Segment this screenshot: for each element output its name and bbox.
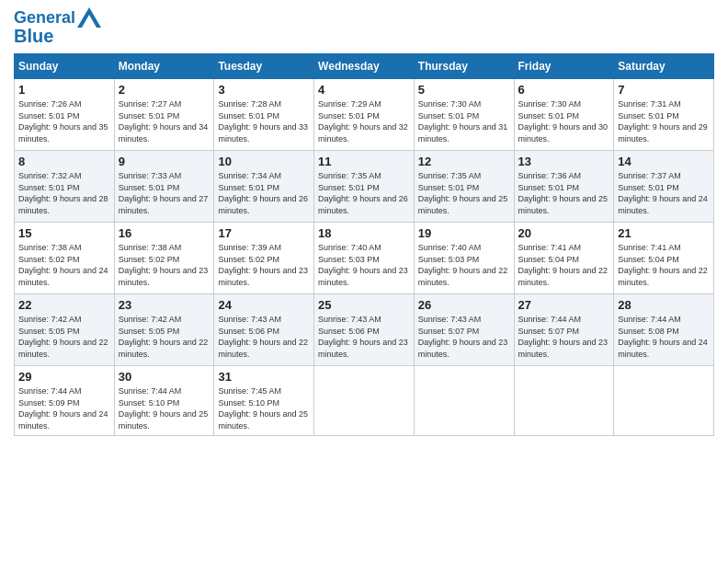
- day-info: Sunrise: 7:26 AMSunset: 5:01 PMDaylight:…: [18, 99, 108, 144]
- day-number: 5: [418, 83, 510, 97]
- day-info: Sunrise: 7:39 AMSunset: 5:02 PMDaylight:…: [218, 243, 308, 287]
- day-number: 8: [18, 155, 110, 168]
- calendar-cell: 13 Sunrise: 7:36 AMSunset: 5:01 PMDaylig…: [514, 151, 614, 223]
- day-number: 17: [218, 226, 310, 240]
- day-info: Sunrise: 7:28 AMSunset: 5:01 PMDaylight:…: [218, 99, 308, 144]
- day-info: Sunrise: 7:40 AMSunset: 5:03 PMDaylight:…: [418, 243, 508, 287]
- calendar-cell: 4 Sunrise: 7:29 AMSunset: 5:01 PMDayligh…: [314, 79, 415, 151]
- calendar-cell: 9 Sunrise: 7:33 AMSunset: 5:01 PMDayligh…: [114, 151, 214, 223]
- day-info: Sunrise: 7:27 AMSunset: 5:01 PMDaylight:…: [119, 99, 209, 144]
- logo-text-general: General: [14, 9, 75, 28]
- day-number: 27: [518, 298, 610, 312]
- day-info: Sunrise: 7:41 AMSunset: 5:04 PMDaylight:…: [618, 243, 708, 287]
- calendar-cell: [314, 366, 415, 436]
- page-container: General Blue SundayMondayTuesdayWednesda…: [0, 0, 728, 445]
- col-header-sunday: Sunday: [15, 54, 115, 79]
- day-info: Sunrise: 7:42 AMSunset: 5:05 PMDaylight:…: [119, 315, 209, 359]
- day-number: 2: [119, 83, 210, 97]
- logo-text-blue: Blue: [14, 26, 53, 46]
- day-number: 7: [618, 83, 710, 97]
- day-info: Sunrise: 7:43 AMSunset: 5:06 PMDaylight:…: [218, 315, 308, 359]
- calendar-cell: 1 Sunrise: 7:26 AMSunset: 5:01 PMDayligh…: [15, 79, 115, 151]
- calendar-cell: 23 Sunrise: 7:42 AMSunset: 5:05 PMDaylig…: [114, 294, 214, 366]
- col-header-tuesday: Tuesday: [214, 54, 314, 79]
- day-info: Sunrise: 7:34 AMSunset: 5:01 PMDaylight:…: [218, 171, 308, 215]
- day-info: Sunrise: 7:43 AMSunset: 5:06 PMDaylight:…: [318, 315, 408, 359]
- calendar-cell: 19 Sunrise: 7:40 AMSunset: 5:03 PMDaylig…: [414, 223, 514, 294]
- calendar-cell: 21 Sunrise: 7:41 AMSunset: 5:04 PMDaylig…: [614, 223, 714, 294]
- day-info: Sunrise: 7:44 AMSunset: 5:09 PMDaylight:…: [18, 386, 108, 431]
- calendar-cell: 22 Sunrise: 7:42 AMSunset: 5:05 PMDaylig…: [15, 294, 115, 366]
- day-info: Sunrise: 7:37 AMSunset: 5:01 PMDaylight:…: [618, 171, 708, 215]
- day-number: 29: [18, 370, 110, 384]
- calendar-cell: 29 Sunrise: 7:44 AMSunset: 5:09 PMDaylig…: [15, 366, 115, 436]
- day-number: 14: [618, 155, 710, 168]
- day-number: 31: [218, 370, 310, 384]
- calendar-cell: 20 Sunrise: 7:41 AMSunset: 5:04 PMDaylig…: [514, 223, 614, 294]
- day-info: Sunrise: 7:44 AMSunset: 5:10 PMDaylight:…: [119, 386, 209, 431]
- calendar-table: SundayMondayTuesdayWednesdayThursdayFrid…: [14, 53, 714, 436]
- calendar-week-row: 8 Sunrise: 7:32 AMSunset: 5:01 PMDayligh…: [15, 151, 714, 223]
- calendar-cell: 2 Sunrise: 7:27 AMSunset: 5:01 PMDayligh…: [114, 79, 214, 151]
- calendar-cell: 27 Sunrise: 7:44 AMSunset: 5:07 PMDaylig…: [514, 294, 614, 366]
- calendar-cell: 28 Sunrise: 7:44 AMSunset: 5:08 PMDaylig…: [614, 294, 714, 366]
- day-info: Sunrise: 7:40 AMSunset: 5:03 PMDaylight:…: [318, 243, 408, 287]
- calendar-cell: 30 Sunrise: 7:44 AMSunset: 5:10 PMDaylig…: [114, 366, 214, 436]
- day-number: 19: [418, 226, 510, 240]
- day-info: Sunrise: 7:45 AMSunset: 5:10 PMDaylight:…: [218, 386, 308, 431]
- day-number: 20: [518, 226, 610, 240]
- col-header-saturday: Saturday: [614, 54, 714, 79]
- calendar-week-row: 15 Sunrise: 7:38 AMSunset: 5:02 PMDaylig…: [15, 223, 714, 294]
- day-number: 21: [618, 226, 710, 240]
- calendar-cell: 17 Sunrise: 7:39 AMSunset: 5:02 PMDaylig…: [214, 223, 314, 294]
- logo-icon: [77, 7, 101, 28]
- day-info: Sunrise: 7:38 AMSunset: 5:02 PMDaylight:…: [18, 243, 108, 287]
- calendar-cell: [514, 366, 614, 436]
- calendar-cell: 31 Sunrise: 7:45 AMSunset: 5:10 PMDaylig…: [214, 366, 314, 436]
- day-number: 23: [119, 298, 210, 312]
- calendar-cell: 11 Sunrise: 7:35 AMSunset: 5:01 PMDaylig…: [314, 151, 415, 223]
- day-number: 1: [18, 83, 110, 97]
- calendar-cell: [414, 366, 514, 436]
- calendar-cell: 15 Sunrise: 7:38 AMSunset: 5:02 PMDaylig…: [15, 223, 115, 294]
- calendar-cell: 8 Sunrise: 7:32 AMSunset: 5:01 PMDayligh…: [15, 151, 115, 223]
- calendar-cell: 12 Sunrise: 7:35 AMSunset: 5:01 PMDaylig…: [414, 151, 514, 223]
- day-number: 16: [119, 226, 210, 240]
- calendar-cell: 7 Sunrise: 7:31 AMSunset: 5:01 PMDayligh…: [614, 79, 714, 151]
- day-info: Sunrise: 7:32 AMSunset: 5:01 PMDaylight:…: [18, 171, 108, 215]
- day-number: 25: [318, 298, 410, 312]
- day-number: 9: [119, 155, 210, 168]
- day-number: 12: [418, 155, 510, 168]
- day-info: Sunrise: 7:30 AMSunset: 5:01 PMDaylight:…: [418, 99, 508, 144]
- calendar-week-row: 22 Sunrise: 7:42 AMSunset: 5:05 PMDaylig…: [15, 294, 714, 366]
- day-info: Sunrise: 7:44 AMSunset: 5:07 PMDaylight:…: [518, 315, 609, 359]
- day-number: 28: [618, 298, 710, 312]
- day-info: Sunrise: 7:33 AMSunset: 5:01 PMDaylight:…: [119, 171, 209, 215]
- page-header: General Blue: [14, 9, 714, 46]
- day-number: 13: [518, 155, 610, 168]
- day-number: 4: [318, 83, 410, 97]
- day-info: Sunrise: 7:42 AMSunset: 5:05 PMDaylight:…: [18, 315, 108, 359]
- day-info: Sunrise: 7:38 AMSunset: 5:02 PMDaylight:…: [119, 243, 209, 287]
- day-info: Sunrise: 7:43 AMSunset: 5:07 PMDaylight:…: [418, 315, 508, 359]
- day-number: 3: [218, 83, 310, 97]
- day-number: 30: [119, 370, 210, 384]
- calendar-header-row: SundayMondayTuesdayWednesdayThursdayFrid…: [15, 54, 714, 79]
- day-number: 18: [318, 226, 410, 240]
- day-info: Sunrise: 7:36 AMSunset: 5:01 PMDaylight:…: [518, 171, 609, 215]
- calendar-cell: 26 Sunrise: 7:43 AMSunset: 5:07 PMDaylig…: [414, 294, 514, 366]
- day-info: Sunrise: 7:29 AMSunset: 5:01 PMDaylight:…: [318, 99, 408, 144]
- col-header-monday: Monday: [114, 54, 214, 79]
- calendar-cell: 10 Sunrise: 7:34 AMSunset: 5:01 PMDaylig…: [214, 151, 314, 223]
- day-number: 11: [318, 155, 410, 168]
- col-header-thursday: Thursday: [414, 54, 514, 79]
- day-number: 15: [18, 226, 110, 240]
- calendar-week-row: 1 Sunrise: 7:26 AMSunset: 5:01 PMDayligh…: [15, 79, 714, 151]
- day-number: 10: [218, 155, 310, 168]
- calendar-cell: 25 Sunrise: 7:43 AMSunset: 5:06 PMDaylig…: [314, 294, 415, 366]
- calendar-week-row: 29 Sunrise: 7:44 AMSunset: 5:09 PMDaylig…: [15, 366, 714, 436]
- day-number: 24: [218, 298, 310, 312]
- calendar-cell: 14 Sunrise: 7:37 AMSunset: 5:01 PMDaylig…: [614, 151, 714, 223]
- calendar-cell: [614, 366, 714, 436]
- calendar-cell: 6 Sunrise: 7:30 AMSunset: 5:01 PMDayligh…: [514, 79, 614, 151]
